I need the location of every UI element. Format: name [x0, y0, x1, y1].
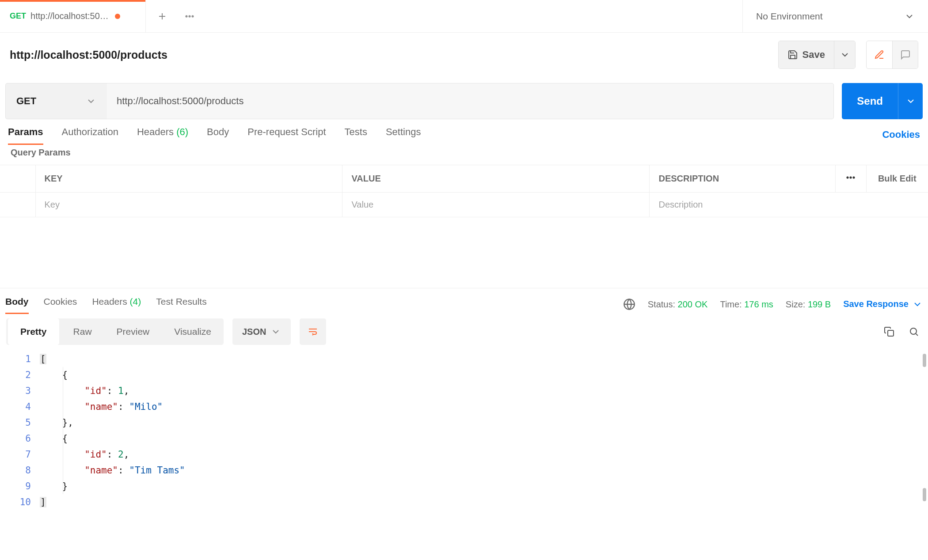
- view-visualize[interactable]: Visualize: [162, 318, 224, 345]
- code-token: ,: [124, 386, 129, 396]
- view-mode-group: Pretty Raw Preview Visualize: [6, 318, 224, 345]
- cookies-link[interactable]: Cookies: [882, 129, 920, 140]
- save-button[interactable]: Save: [779, 41, 834, 68]
- send-dropdown-button[interactable]: [898, 83, 923, 119]
- more-horizontal-icon: [845, 172, 856, 183]
- param-description-input[interactable]: [650, 193, 928, 217]
- search-response-button[interactable]: [906, 324, 922, 340]
- unsaved-dot-icon: [115, 14, 120, 19]
- tab-prerequest[interactable]: Pre-request Script: [247, 126, 326, 143]
- edit-button[interactable]: [867, 41, 892, 68]
- param-key-input[interactable]: [36, 193, 342, 217]
- send-button-group: Send: [842, 83, 923, 119]
- resp-tab-body[interactable]: Body: [5, 296, 29, 312]
- method-dropdown[interactable]: GET: [5, 83, 107, 119]
- param-value-input[interactable]: [342, 193, 649, 217]
- tab-method-badge: GET: [10, 11, 26, 21]
- code-token: 2: [118, 449, 124, 460]
- copy-icon: [884, 326, 894, 337]
- response-body[interactable]: 1 2 3 4 5 6 7 8 9 10 [ { "id": 1, "name"…: [0, 348, 928, 510]
- params-header-blank: [0, 165, 35, 193]
- query-params-label: Query Params: [0, 143, 928, 165]
- environment-dropdown[interactable]: No Environment: [742, 0, 928, 33]
- request-tab[interactable]: GET http://localhost:50…: [0, 0, 146, 33]
- code-token: }: [40, 481, 68, 492]
- search-icon: [909, 326, 919, 337]
- url-input-wrap: [107, 83, 834, 119]
- copy-response-button[interactable]: [881, 324, 897, 340]
- wrap-lines-button[interactable]: [300, 318, 326, 345]
- code-token: :: [107, 386, 118, 396]
- view-raw[interactable]: Raw: [61, 318, 104, 345]
- line-number: 6: [0, 431, 31, 446]
- scrollbar-thumb[interactable]: [923, 354, 926, 367]
- chevron-down-icon: [86, 96, 96, 106]
- format-dropdown[interactable]: JSON: [232, 318, 291, 345]
- more-horizontal-icon: [184, 11, 195, 22]
- code-token: :: [107, 449, 118, 460]
- plus-icon: [157, 11, 167, 22]
- tab-headers-count: (6): [176, 126, 188, 137]
- svg-point-4: [850, 177, 852, 178]
- line-number: 7: [0, 446, 31, 462]
- request-extra-buttons: [866, 41, 918, 69]
- time-value: 176 ms: [744, 299, 773, 309]
- save-response-button[interactable]: Save Response: [843, 299, 923, 310]
- svg-point-8: [910, 328, 917, 334]
- response-meta: Status: 200 OK Time: 176 ms Size: 199 B …: [623, 298, 923, 310]
- view-preview[interactable]: Preview: [104, 318, 162, 345]
- tab-body[interactable]: Body: [207, 126, 229, 143]
- tab-headers-label: Headers: [137, 126, 174, 137]
- globe-icon[interactable]: [623, 298, 635, 310]
- send-button[interactable]: Send: [842, 83, 898, 119]
- line-number: 3: [0, 383, 31, 399]
- environment-name: No Environment: [756, 11, 823, 22]
- url-input[interactable]: [117, 95, 824, 107]
- format-value: JSON: [242, 327, 266, 337]
- params-header-key: KEY: [35, 165, 342, 193]
- line-number: 9: [0, 478, 31, 494]
- line-number: 1: [0, 351, 31, 367]
- new-tab-button[interactable]: [151, 5, 173, 27]
- size-value: 199 B: [808, 299, 831, 309]
- line-number: 10: [0, 494, 31, 510]
- tab-params[interactable]: Params: [8, 126, 43, 143]
- bulk-edit-button[interactable]: Bulk Edit: [866, 165, 928, 193]
- comments-button[interactable]: [892, 41, 918, 68]
- resp-tab-test-results[interactable]: Test Results: [156, 296, 206, 312]
- send-label: Send: [857, 95, 883, 107]
- code-token: "Tim Tams": [129, 465, 185, 476]
- code-token: "id": [84, 449, 107, 460]
- size-block: Size: 199 B: [786, 299, 831, 310]
- tab-more-button[interactable]: [179, 5, 201, 27]
- code-token: ,: [124, 449, 129, 460]
- svg-rect-7: [888, 330, 894, 336]
- save-dropdown-button[interactable]: [834, 41, 855, 68]
- resp-tab-cookies[interactable]: Cookies: [44, 296, 77, 312]
- chevron-down-icon: [905, 96, 916, 106]
- chevron-down-icon: [912, 299, 923, 310]
- resp-tab-headers[interactable]: Headers (4): [92, 296, 141, 312]
- comment-icon: [900, 49, 911, 60]
- params-header-value: VALUE: [342, 165, 650, 193]
- tab-headers[interactable]: Headers (6): [137, 126, 188, 143]
- request-name[interactable]: http://localhost:5000/products: [10, 49, 167, 61]
- url-bar: GET Send: [0, 83, 928, 119]
- code-token: :: [118, 465, 129, 476]
- tab-authorization[interactable]: Authorization: [62, 126, 118, 143]
- save-button-group: Save: [778, 41, 856, 69]
- code-area: [ { "id": 1, "name": "Milo" }, { "id": 2…: [40, 351, 928, 510]
- code-token: :: [118, 401, 129, 412]
- tab-tests[interactable]: Tests: [345, 126, 367, 143]
- params-header-more[interactable]: [835, 165, 866, 193]
- pencil-icon: [874, 49, 885, 60]
- view-pretty[interactable]: Pretty: [8, 318, 59, 345]
- chevron-down-icon: [270, 326, 281, 337]
- save-response-label: Save Response: [843, 299, 909, 310]
- resp-tab-headers-count: (4): [130, 296, 141, 306]
- method-value: GET: [16, 95, 36, 107]
- scrollbar-thumb[interactable]: [923, 488, 926, 501]
- request-tabbar: Params Authorization Headers (6) Body Pr…: [0, 119, 928, 143]
- params-row: [0, 193, 928, 217]
- tab-settings[interactable]: Settings: [386, 126, 421, 143]
